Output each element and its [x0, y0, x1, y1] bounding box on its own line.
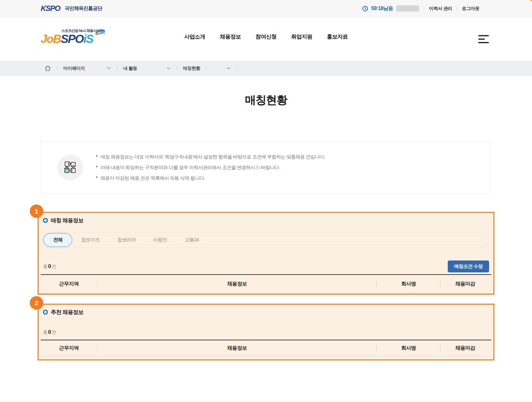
notice-box: 매칭 채용정보는 대표 이력서의 ‘희망구직내용’에서 설정한 항목을 바탕으로… — [41, 141, 491, 194]
menu-icon[interactable] — [478, 35, 489, 43]
table-bottom-rule — [41, 293, 491, 293]
chevron-down-icon — [227, 67, 231, 70]
logout-link[interactable]: 로그아웃 — [462, 6, 479, 12]
divider — [237, 66, 237, 70]
breadcrumb-my-activity[interactable]: 내 활동 — [123, 65, 171, 71]
tab-jobkorea[interactable]: 잡코리아 — [108, 233, 144, 247]
kspo-name-text: 국민체육진흥공단 — [65, 5, 102, 12]
main-nav: 사업소개 채용정보 참여신청 취업지원 홍보자료 — [184, 33, 348, 40]
table-bottom-rule — [41, 356, 491, 356]
main-header: 스포츠산업 No.1 채용사이트 JoBSPOiS 사업소개 채용정보 참여신청… — [0, 17, 532, 61]
jobspois-logo[interactable]: 스포츠산업 No.1 채용사이트 JoBSPOiS — [41, 28, 103, 45]
column-header-job-info: 채용정보 — [97, 345, 377, 352]
home-icon[interactable] — [44, 65, 51, 71]
kspo-logo[interactable]: KSPO 국민체육진흥공단 — [41, 4, 102, 13]
tab-all[interactable]: 전체 — [43, 233, 72, 247]
chevron-down-icon — [107, 67, 111, 70]
page: KSPO 국민체육진흥공단 59:18남음 이력서 관리 로그아웃 — [0, 0, 532, 402]
table-header-row: 근무지역 채용정보 회사명 채용마감 — [41, 340, 491, 356]
column-header-deadline: 채용마감 — [441, 281, 490, 287]
nav-job-info[interactable]: 채용정보 — [220, 33, 241, 40]
notice-bullets: 매칭 채용정보는 대표 이력서의 ‘희망구직내용’에서 설정한 항목을 바탕으로… — [96, 152, 325, 183]
edit-matching-criteria-button[interactable]: 매칭조건 수정 — [448, 260, 489, 272]
recommended-jobs-section: 2 추천 채용정보 총0건 근무지역 채용정보 회사명 채용마감 — [38, 304, 494, 360]
divider — [177, 66, 177, 70]
nav-business-intro[interactable]: 사업소개 — [184, 33, 205, 40]
tab-saramin[interactable]: 사람인 — [144, 233, 176, 247]
tab-jobspois[interactable]: 잡포이즈 — [72, 233, 108, 247]
column-header-work-region: 근무지역 — [41, 281, 97, 287]
utility-bar: KSPO 국민체육진흥공단 59:18남음 이력서 관리 로그아웃 — [0, 0, 532, 17]
kspo-logo-text: KSPO — [41, 4, 60, 13]
logo-swoosh-icon — [92, 29, 105, 36]
page-title: 매칭현황 — [0, 93, 532, 107]
notice-bullet: 채용이 마감된 채용 건은 목록에서 자동 삭제 됩니다. — [96, 173, 325, 183]
nav-employment-support[interactable]: 취업지원 — [291, 33, 312, 40]
total-count: 총0건 — [43, 263, 56, 270]
logo-wordmark: JoBSPOiS — [41, 33, 93, 45]
section-title: 매칭 채용정보 — [51, 217, 83, 224]
source-tabs: 전체 잡포이즈 잡코리아 사람인 고용24 — [42, 232, 490, 248]
puzzle-icon — [57, 155, 83, 180]
kspo-swoosh-icon — [528, 0, 532, 2]
divider — [57, 66, 57, 70]
total-count: 총0건 — [43, 329, 56, 335]
nav-participation[interactable]: 참여신청 — [256, 33, 277, 40]
chevron-down-icon — [167, 67, 171, 70]
notice-bullet: 아래 내용이 희망하는 구직분야와 다를 경우 이력서관리에서 조건을 변경하시… — [96, 162, 325, 173]
table-header-row: 근무지역 채용정보 회사명 채용마감 — [41, 275, 491, 293]
session-timer: 59:18남음 — [371, 5, 393, 12]
matching-jobs-section: 1 매칭 채용정보 전체 잡포이즈 잡코리아 사람인 고용24 총0건 매칭조건… — [38, 212, 494, 295]
divider — [457, 7, 457, 11]
clock-icon — [362, 6, 368, 12]
section-bullet-icon — [43, 310, 48, 315]
nav-promotion[interactable]: 홍보자료 — [327, 33, 348, 40]
column-header-work-region: 근무지역 — [41, 345, 97, 352]
column-header-deadline: 채용마감 — [441, 345, 490, 352]
section-title: 추천 채용정보 — [51, 308, 83, 316]
column-header-company: 회사명 — [377, 345, 440, 352]
utility-links: 59:18남음 이력서 관리 로그아웃 — [362, 5, 479, 12]
breadcrumb-mypage[interactable]: 마이페이지 — [63, 65, 111, 71]
column-header-company: 회사명 — [377, 281, 440, 287]
section-number-badge: 2 — [30, 296, 43, 310]
resume-manage-link[interactable]: 이력서 관리 — [429, 6, 452, 12]
section-number-badge: 1 — [30, 204, 43, 218]
divider — [117, 66, 117, 70]
notice-bullet: 매칭 채용정보는 대표 이력서의 ‘희망구직내용’에서 설정한 항목을 바탕으로… — [96, 152, 325, 162]
section-bullet-icon — [43, 218, 48, 223]
breadcrumb-matching-status[interactable]: 매칭현황 — [183, 65, 231, 71]
column-header-job-info: 채용정보 — [97, 281, 377, 287]
tab-employment24[interactable]: 고용24 — [176, 233, 207, 247]
breadcrumb: 마이페이지 내 활동 매칭현황 — [0, 61, 532, 76]
masked-username — [396, 5, 419, 12]
divider — [424, 7, 424, 11]
